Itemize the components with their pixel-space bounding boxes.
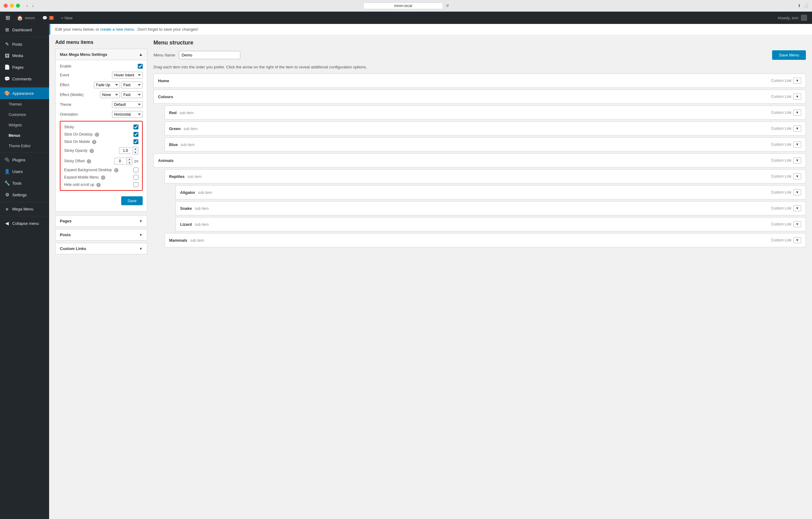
sidebar-divider-5: [0, 216, 49, 216]
sidebar-item-menus[interactable]: Menus: [0, 130, 49, 141]
menu-item-animals-type: Custom Link ▼: [771, 157, 801, 163]
sidebar-item-users[interactable]: 👤 Users: [0, 165, 49, 177]
create-new-menu-link[interactable]: create a new menu: [100, 27, 135, 32]
right-panel: Menu structure Menu Name Save Menu Drag …: [153, 39, 806, 257]
menu-item-blue-expand[interactable]: ▼: [793, 142, 801, 148]
sticky-offset-input[interactable]: [114, 158, 125, 164]
posts-icon: ✎: [4, 41, 10, 47]
sidebar-divider-2: [0, 86, 49, 86]
forward-button[interactable]: ›: [31, 3, 35, 9]
pages-arrow-icon: ▼: [139, 219, 143, 223]
effect-select[interactable]: Fade Up Fade: [94, 82, 120, 88]
sidebar-item-pages[interactable]: 📄 Pages: [0, 61, 49, 73]
sidebar-item-tools[interactable]: 🔧 Tools: [0, 177, 49, 189]
menu-structure-heading: Menu structure: [153, 39, 806, 46]
sidebar-item-comments[interactable]: 💬 Comments: [0, 73, 49, 85]
menu-item-aligator-expand[interactable]: ▼: [793, 189, 801, 195]
sticky-checkbox[interactable]: [134, 125, 138, 129]
hide-scroll-info-icon[interactable]: i: [96, 183, 100, 187]
sidebar-divider: [0, 37, 49, 37]
sticky-offset-down[interactable]: ▼: [127, 161, 132, 165]
new-item[interactable]: + New: [57, 12, 76, 24]
expand-mobile-checkbox[interactable]: [134, 175, 138, 180]
settings-icon: ⚙: [4, 192, 10, 197]
event-select[interactable]: Hover Intent Click Hover: [112, 72, 143, 79]
stick-mobile-checkbox[interactable]: [134, 139, 138, 144]
enable-checkbox[interactable]: [138, 64, 143, 69]
expand-mobile-info-icon[interactable]: i: [101, 176, 105, 180]
hide-scroll-row: Hide until scroll up i: [64, 182, 138, 187]
howdy-text: Howdy, tom: [778, 15, 810, 21]
menu-item-colours-expand[interactable]: ▼: [793, 94, 801, 100]
custom-links-header[interactable]: Custom Links ▼: [56, 243, 147, 254]
mega-menu-icon: ≡: [4, 207, 10, 212]
back-button[interactable]: ‹: [25, 3, 29, 9]
theme-select[interactable]: Default Custom: [112, 101, 143, 108]
menu-item-home-expand[interactable]: ▼: [793, 78, 801, 84]
sticky-opacity-up[interactable]: ▲: [133, 147, 138, 151]
plugins-icon: 🔌: [4, 157, 10, 162]
menu-item-lizard-expand[interactable]: ▼: [793, 221, 801, 227]
menu-item-lizard: Lizard sub item Custom Link ▼: [176, 217, 806, 231]
expand-bg-label: Expand Background Desktop i: [64, 168, 134, 173]
tab-button[interactable]: ⬜: [804, 3, 808, 8]
menu-item-aligator-name: Aligator sub item: [180, 190, 212, 195]
menu-name-input[interactable]: [179, 51, 240, 59]
sticky-offset-up[interactable]: ▲: [127, 157, 132, 161]
sidebar-item-widgets[interactable]: Widgets: [0, 120, 49, 130]
menu-item-reptiles-expand[interactable]: ▼: [793, 173, 801, 179]
share-button[interactable]: ⬆: [798, 3, 801, 8]
sidebar-item-theme-editor[interactable]: Theme Editor: [0, 141, 49, 151]
wp-logo[interactable]: ⊞: [2, 12, 13, 24]
effect-mobile-select[interactable]: None Fade: [100, 91, 120, 98]
reload-button[interactable]: ↺: [445, 3, 449, 8]
user-avatar[interactable]: [801, 15, 807, 21]
sticky-opacity-down[interactable]: ▼: [133, 151, 138, 154]
comments-item[interactable]: 💬 0: [39, 12, 58, 24]
sidebar-item-customize[interactable]: Customize: [0, 110, 49, 120]
stick-desktop-checkbox[interactable]: [134, 132, 138, 137]
maximize-button[interactable]: [16, 4, 20, 8]
posts-header[interactable]: Posts ▼: [56, 230, 147, 240]
menu-item-animals-expand[interactable]: ▼: [793, 157, 801, 163]
sidebar-item-themes[interactable]: Themes: [0, 99, 49, 110]
minimize-button[interactable]: [10, 4, 14, 8]
theme-row: Theme Default Custom: [60, 101, 143, 108]
menu-item-mammals-expand[interactable]: ▼: [793, 237, 801, 243]
sidebar-item-settings[interactable]: ⚙ Settings: [0, 189, 49, 201]
site-name[interactable]: 🏠 mmm: [13, 12, 39, 24]
menu-item-red-expand[interactable]: ▼: [793, 110, 801, 116]
sidebar-item-appearance[interactable]: 🎨 Appearance: [0, 87, 49, 99]
close-button[interactable]: [4, 4, 8, 8]
expand-bg-info-icon[interactable]: i: [114, 168, 118, 173]
title-bar: ‹ › ↺ ⬆ ⬜: [0, 0, 812, 12]
expand-bg-checkbox[interactable]: [134, 167, 138, 173]
menu-item-home-type: Custom Link ▼: [771, 78, 801, 84]
menu-item-snake-expand[interactable]: ▼: [793, 205, 801, 211]
sticky-opacity-input[interactable]: [119, 147, 132, 154]
drag-hint: Drag each item into the order you prefer…: [153, 65, 806, 69]
sidebar-item-media[interactable]: 🖼 Media: [0, 50, 49, 61]
pages-header[interactable]: Pages ▼: [56, 216, 147, 226]
sidebar-item-mega-menu[interactable]: ≡ Mega Menu: [0, 203, 49, 215]
mega-menu-save-button[interactable]: Save: [121, 196, 143, 205]
mega-menu-settings-header[interactable]: Max Mega Menu Settings ▲: [56, 49, 147, 60]
effect-speed-select[interactable]: Fast Normal Slow: [121, 82, 143, 88]
stick-desktop-info-icon[interactable]: i: [95, 132, 99, 137]
sticky-offset-info-icon[interactable]: i: [87, 159, 91, 163]
stick-mobile-info-icon[interactable]: i: [92, 140, 96, 144]
hide-scroll-checkbox[interactable]: [134, 182, 138, 187]
sidebar-item-dashboard[interactable]: ⊞ Dashboard: [0, 24, 49, 36]
effect-mobile-speed-select[interactable]: Fast Normal Slow: [121, 91, 143, 98]
sidebar-item-posts[interactable]: ✎ Posts: [0, 38, 49, 50]
sticky-opacity-info-icon[interactable]: i: [90, 149, 94, 153]
expand-bg-row: Expand Background Desktop i: [64, 167, 138, 173]
sidebar-item-collapse[interactable]: ◀ Collapse menu: [0, 217, 49, 229]
menu-item-colours: Colours Custom Link ▼: [153, 90, 806, 104]
orientation-select[interactable]: Horizontal Vertical: [112, 111, 143, 118]
sidebar-item-plugins[interactable]: 🔌 Plugins: [0, 154, 49, 165]
menu-item-green-expand[interactable]: ▼: [793, 125, 801, 131]
theme-control: Default Custom: [112, 101, 143, 108]
save-menu-button[interactable]: Save Menu: [772, 50, 806, 60]
url-input[interactable]: [364, 2, 443, 9]
